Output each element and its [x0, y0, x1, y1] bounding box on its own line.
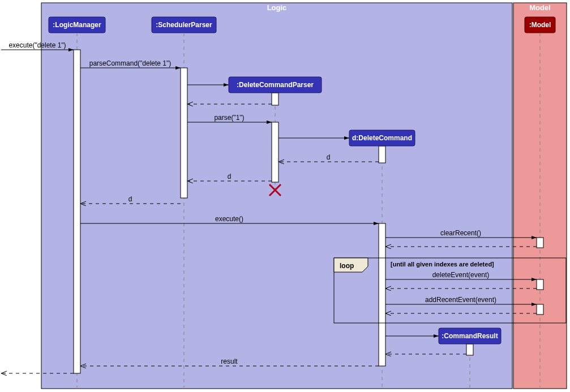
return-d3-label: d	[128, 195, 132, 203]
participant-model-label: :Model	[529, 21, 551, 29]
msg-parsecommand-label: parseCommand("delete 1")	[89, 59, 172, 67]
activation-model-clear	[537, 238, 543, 248]
activation-logicmanager	[74, 50, 80, 373]
msg-parse-label: parse("1")	[214, 114, 244, 122]
msg-execute-label: execute()	[215, 215, 243, 223]
activation-dcp-create	[272, 93, 278, 105]
activation-dc-execute	[379, 223, 385, 366]
activation-schedulerparser	[181, 68, 187, 198]
activation-model-delete	[537, 279, 543, 290]
activation-commandresult	[466, 344, 473, 355]
participant-deletecommand-label: d:DeleteCommand	[352, 134, 412, 142]
participant-commandresult-label: :CommandResult	[442, 332, 498, 340]
msg-execute-in-label: execute("delete 1")	[8, 41, 66, 49]
msg-clearrecent-label: clearRecent()	[440, 229, 481, 237]
msg-addrecentevent-label: addRecentEvent(event)	[425, 296, 496, 304]
frame-model-title: Model	[529, 3, 551, 12]
loop-label: loop	[340, 262, 354, 270]
loop-guard: [until all given indexes are deleted]	[391, 261, 494, 268]
frame-logic-title: Logic	[267, 3, 287, 12]
participant-schedulerparser-label: :SchedulerParser	[156, 21, 212, 29]
activation-dcp-parse	[272, 122, 278, 182]
return-d1-label: d	[327, 153, 331, 161]
return-d2-label: d	[228, 173, 232, 180]
activation-model-addrecent	[537, 304, 543, 315]
msg-deleteevent-label: deleteEvent(event)	[432, 271, 490, 279]
participant-deletecommandparser-label: :DeleteCommandParser	[237, 81, 314, 89]
activation-dc-create	[379, 146, 385, 163]
return-result-label: result	[221, 357, 238, 365]
participant-logicmanager-label: :LogicManager	[53, 21, 101, 29]
